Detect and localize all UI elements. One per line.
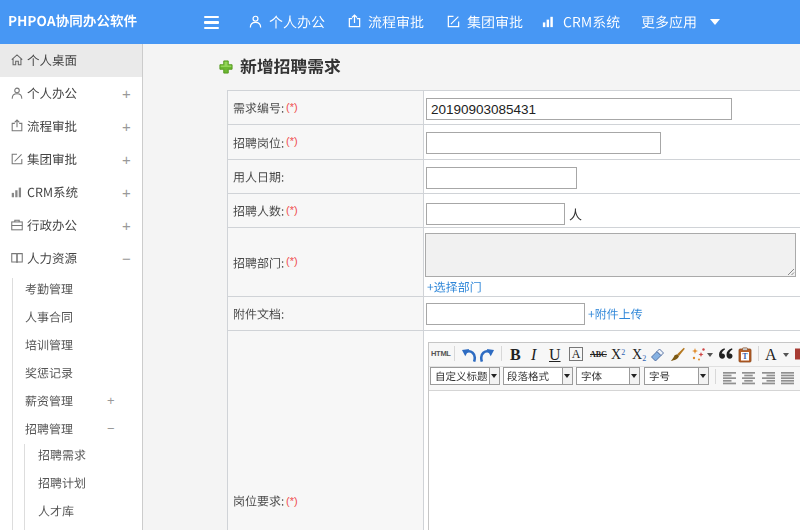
svg-text:T: T [742, 352, 748, 361]
